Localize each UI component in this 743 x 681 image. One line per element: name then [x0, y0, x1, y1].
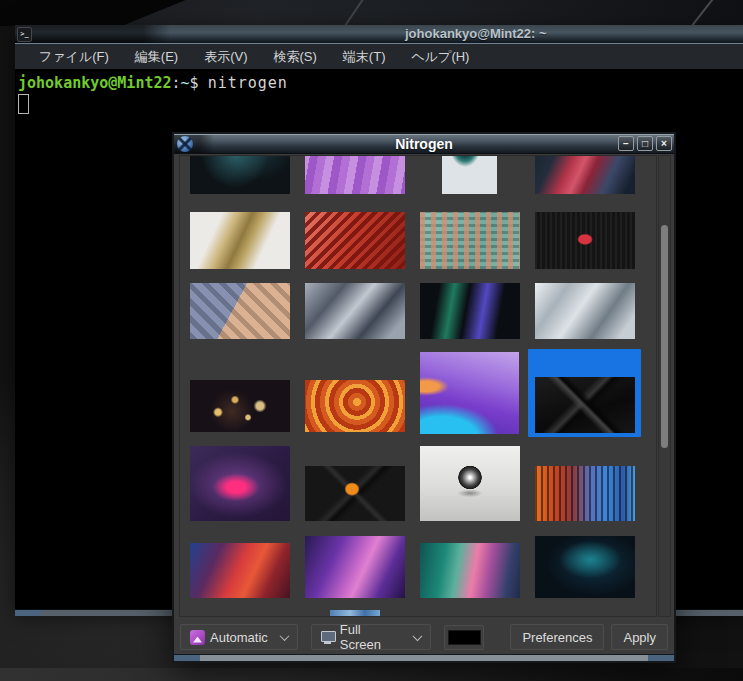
- window-buttons: − □ ×: [618, 136, 672, 151]
- nitrogen-titlebar[interactable]: Nitrogen − □ ×: [174, 134, 674, 154]
- wallpaper-cell: [182, 156, 297, 194]
- apply-button[interactable]: Apply: [611, 624, 668, 650]
- wallpaper-dark-x-panels[interactable]: [535, 377, 635, 433]
- wallpaper-gold-ribbon[interactable]: [190, 212, 290, 269]
- wallpaper-orange-swirl[interactable]: [305, 380, 405, 432]
- mode-dropdown-value: Automatic: [210, 630, 268, 645]
- wallpaper-red-blue-ribbons[interactable]: [535, 156, 635, 194]
- vertical-scrollbar[interactable]: [658, 155, 671, 617]
- wallpaper-cell: [297, 446, 412, 521]
- wallpaper-cell: [527, 536, 642, 598]
- terminal-titlebar[interactable]: >_ johokankyo@Mint22: ~: [15, 25, 743, 44]
- menu-item-help[interactable]: ヘルプ(H): [411, 48, 469, 66]
- menu-item-terminal[interactable]: 端末(T): [343, 48, 386, 66]
- nitrogen-resize-edge[interactable]: [174, 654, 674, 661]
- window-menu-icon[interactable]: [177, 136, 193, 152]
- close-button[interactable]: ×: [656, 136, 672, 151]
- chevron-down-icon: [279, 631, 289, 641]
- desktop-bottom-band: [0, 668, 743, 681]
- wallpaper-purple-cyan-gradient[interactable]: [420, 352, 519, 434]
- wallpaper-cell: [412, 349, 527, 437]
- wallpaper-cell: [412, 536, 527, 598]
- wallpaper-cell: [182, 446, 297, 521]
- wallpaper-cell: [182, 212, 297, 269]
- wallpaper-cell: [297, 212, 412, 269]
- nitrogen-window: Nitrogen − □ × Automatic Full Screen Pre…: [172, 132, 676, 663]
- preferences-button[interactable]: Preferences: [510, 624, 604, 650]
- wallpaper-black-spikes-red-diamond[interactable]: [535, 212, 635, 269]
- wallpaper-gray-wavy-folds[interactable]: [305, 283, 405, 339]
- typed-command: nitrogen: [208, 74, 288, 92]
- scale-dropdown[interactable]: Full Screen: [311, 624, 431, 650]
- wallpaper-cell: [182, 349, 297, 437]
- mode-dropdown[interactable]: Automatic: [180, 624, 298, 650]
- wallpaper-cell: [412, 446, 527, 521]
- prompt-symbol: $: [190, 74, 208, 92]
- wallpaper-teal-pink-motion-blur[interactable]: [420, 543, 520, 598]
- wallpaper-grid-area: [179, 155, 671, 617]
- mountain-glyph: [193, 637, 202, 643]
- wallpaper-cell: [527, 610, 642, 616]
- monitor-icon: [321, 631, 335, 644]
- wallpaper-partial-next-row[interactable]: [330, 610, 380, 616]
- wallpaper-dark-circuit-city[interactable]: [190, 156, 290, 194]
- wallpaper-black-orange-diamond[interactable]: [305, 466, 405, 521]
- wallpaper-cell: [412, 283, 527, 339]
- wallpaper-dark-blue-sparkle[interactable]: [535, 536, 635, 598]
- wallpaper-orange-blue-streaks[interactable]: [535, 466, 635, 521]
- wallpaper-purple-pink-glow[interactable]: [190, 446, 290, 521]
- wallpaper-cell: [297, 536, 412, 598]
- prompt-user-host: johokankyo@Mint22: [18, 74, 172, 92]
- wallpaper-chrome-sphere[interactable]: [420, 446, 520, 521]
- minimize-button[interactable]: −: [618, 136, 634, 151]
- wallpaper-silver-swirl[interactable]: [535, 283, 635, 339]
- wallpaper-purple-cubes[interactable]: [305, 156, 405, 194]
- controls-bar: Automatic Full Screen Preferences Apply: [180, 624, 668, 650]
- menu-item-search[interactable]: 検索(S): [274, 48, 317, 66]
- wallpaper-gold-bokeh-lights[interactable]: [190, 380, 290, 432]
- terminal-title: johokankyo@Mint22: ~: [405, 26, 547, 41]
- wallpaper-red-spikes[interactable]: [305, 212, 405, 269]
- wallpaper-cell: [412, 212, 527, 269]
- scale-dropdown-value: Full Screen: [340, 622, 401, 652]
- terminal-cursor: [18, 94, 29, 114]
- wallpaper-cell: [527, 283, 642, 339]
- prompt-separator: :: [172, 74, 181, 92]
- terminal-menubar: ファイル(F) 編集(E) 表示(V) 検索(S) 端末(T) ヘルプ(H): [15, 44, 743, 69]
- wallpaper-cell: [297, 156, 412, 194]
- wallpaper-cell: [527, 156, 642, 194]
- menu-item-edit[interactable]: 編集(E): [135, 48, 178, 66]
- wallpaper-cell: [412, 156, 527, 194]
- wallpaper-cell: [182, 536, 297, 598]
- menu-item-file[interactable]: ファイル(F): [39, 48, 109, 66]
- terminal-prompt-line: johokankyo@Mint22:~$ nitrogen: [18, 73, 743, 93]
- wallpaper-grid: [179, 155, 657, 617]
- menu-item-view[interactable]: 表示(V): [204, 48, 247, 66]
- wallpaper-cell: [297, 283, 412, 339]
- image-icon: [190, 630, 205, 645]
- chevron-down-icon: [413, 631, 423, 641]
- wallpaper-cell-selected: [528, 349, 641, 437]
- wallpaper-dark-neon-waves[interactable]: [420, 283, 520, 339]
- wallpaper-purple-sparkle[interactable]: [305, 536, 405, 598]
- color-swatch-button[interactable]: [444, 625, 485, 650]
- color-swatch: [448, 630, 481, 645]
- window-title: Nitrogen: [174, 136, 674, 152]
- prompt-path: ~: [181, 74, 190, 92]
- wallpaper-cell: [412, 610, 527, 616]
- terminal-icon: >_: [17, 27, 32, 42]
- wallpaper-teal-ribbon-portrait[interactable]: [442, 156, 497, 194]
- scrollbar-thumb[interactable]: [661, 225, 668, 448]
- wallpaper-red-blue-blur[interactable]: [190, 543, 290, 598]
- wallpaper-teal-coral-greeble[interactable]: [420, 212, 520, 269]
- wallpaper-cell: [297, 610, 412, 616]
- wallpaper-cell: [527, 446, 642, 521]
- wallpaper-cell: [297, 349, 412, 437]
- maximize-button[interactable]: □: [637, 136, 653, 151]
- wallpaper-blue-tan-stripes[interactable]: [190, 283, 290, 339]
- wallpaper-cell: [527, 212, 642, 269]
- wallpaper-cell: [182, 610, 297, 616]
- wallpaper-cell: [182, 283, 297, 339]
